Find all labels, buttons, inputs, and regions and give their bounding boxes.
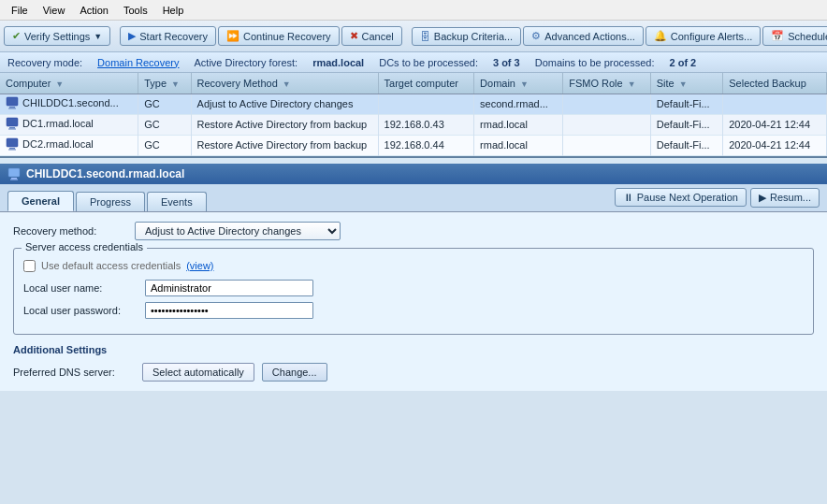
computer-icon-cell: DC2.rmad.local <box>6 137 94 151</box>
computer-icon-cell: CHILDDC1.second... <box>6 96 119 109</box>
svg-rect-8 <box>8 150 16 151</box>
backup-icon: 🗄 <box>420 31 430 42</box>
svg-rect-3 <box>7 118 18 126</box>
col-backup[interactable]: Selected Backup <box>723 73 827 94</box>
continue-recovery-button[interactable]: ⏩ Continue Recovery <box>218 26 340 46</box>
menu-help[interactable]: Help <box>155 3 192 18</box>
recovery-method-field: Adjust to Active Directory changes <box>135 222 814 240</box>
pause-icon: ⏸ <box>623 192 633 203</box>
table-row[interactable]: DC1.rmad.local GC Restore Active Directo… <box>0 114 827 135</box>
cell-type: GC <box>138 135 191 155</box>
pc-icon <box>6 96 19 109</box>
recovery-method-row: Recovery method: Adjust to Active Direct… <box>13 222 814 240</box>
continue-icon: ⏩ <box>226 30 239 42</box>
cell-backup: 2020-04-21 12:44 <box>723 135 827 155</box>
schedule-icon: 📅 <box>771 30 784 42</box>
verify-settings-button[interactable]: ✔ Verify Settings ▼ <box>4 26 110 46</box>
local-pass-label: Local user password: <box>23 305 145 316</box>
view-link[interactable]: (view) <box>186 260 213 271</box>
group-box-title: Server access credentials <box>22 241 147 252</box>
dcs-label: DCs to be processed: <box>379 57 478 68</box>
recovery-mode-link[interactable]: Domain Recovery <box>97 57 179 68</box>
recovery-method-select[interactable]: Adjust to Active Directory changes <box>135 222 341 240</box>
recovery-mode-label: Recovery mode: <box>7 57 82 68</box>
cell-type: GC <box>138 94 191 114</box>
tab-events[interactable]: Events <box>147 192 207 211</box>
preferred-dns-value: Select automatically <box>142 363 254 382</box>
sort-domain-icon: ▼ <box>520 79 529 89</box>
col-recovery-method[interactable]: Recovery Method ▼ <box>191 73 378 94</box>
cell-computer: DC2.rmad.local <box>0 135 138 155</box>
additional-settings-heading: Additional Settings <box>13 344 814 355</box>
tab-progress[interactable]: Progress <box>76 192 145 211</box>
detail-header: CHILDDC1.second.rmad.local <box>0 164 827 184</box>
advanced-actions-button[interactable]: ⚙ Advanced Actions... <box>523 26 644 46</box>
menu-file[interactable]: File <box>4 3 36 18</box>
svg-rect-6 <box>7 138 18 147</box>
cell-fsmo <box>563 135 651 155</box>
toolbar: ✔ Verify Settings ▼ ▶ Start Recovery ⏩ C… <box>0 21 827 52</box>
configure-alerts-button[interactable]: 🔔 Configure Alerts... <box>646 26 761 46</box>
domains-label: Domains to be processed: <box>535 57 655 68</box>
local-pass-input[interactable] <box>145 302 313 319</box>
detail-tabs: General Progress Events <box>7 191 207 211</box>
svg-rect-10 <box>11 178 17 180</box>
sort-fsmo-icon: ▼ <box>628 79 636 89</box>
dns-label: Preferred DNS server: <box>13 367 135 378</box>
sort-type-icon: ▼ <box>171 79 180 89</box>
svg-rect-9 <box>8 168 20 177</box>
pause-next-operation-button[interactable]: ⏸ Pause Next Operation <box>615 188 747 207</box>
resume-button[interactable]: ▶ Resum... <box>750 188 820 208</box>
schedule-verify-button[interactable]: 📅 Schedule Verify... <box>762 26 827 46</box>
col-site[interactable]: Site ▼ <box>650 73 722 94</box>
cell-fsmo <box>563 94 651 114</box>
menu-view[interactable]: View <box>36 3 73 18</box>
tab-general[interactable]: General <box>7 191 74 211</box>
col-target[interactable]: Target computer <box>378 73 474 94</box>
resume-icon: ▶ <box>759 192 766 204</box>
menu-tools[interactable]: Tools <box>116 3 155 18</box>
menu-action[interactable]: Action <box>72 3 116 18</box>
cell-backup: 2020-04-21 12:44 <box>723 114 827 135</box>
forest-label: Active Directory forest: <box>195 57 298 68</box>
cancel-button[interactable]: ✖ Cancel <box>341 26 402 46</box>
dropdown-arrow-icon: ▼ <box>94 32 102 41</box>
svg-rect-5 <box>8 129 16 130</box>
local-user-input[interactable] <box>145 280 313 296</box>
local-user-label: Local user name: <box>23 282 145 294</box>
col-fsmo[interactable]: FSMO Role ▼ <box>563 73 651 94</box>
cell-method: Restore Active Directory from backup <box>191 114 378 135</box>
cell-domain: second.rmad... <box>474 94 563 114</box>
detail-tab-actions: ⏸ Pause Next Operation ▶ Resum... <box>615 188 820 211</box>
use-default-label[interactable]: Use default access credentials <box>41 260 181 271</box>
sort-computer-icon: ▼ <box>55 79 64 89</box>
backup-criteria-button[interactable]: 🗄 Backup Criteria... <box>412 27 521 46</box>
use-default-checkbox[interactable] <box>23 260 36 272</box>
col-computer[interactable]: Computer ▼ <box>0 73 138 94</box>
recovery-method-label: Recovery method: <box>13 225 135 237</box>
svg-rect-11 <box>10 179 18 180</box>
sort-site-icon: ▼ <box>679 79 688 89</box>
col-domain[interactable]: Domain ▼ <box>474 73 563 94</box>
change-button[interactable]: Change... <box>262 363 327 382</box>
cell-type: GC <box>138 114 191 135</box>
detail-content: Recovery method: Adjust to Active Direct… <box>0 211 827 391</box>
menu-bar: File View Action Tools Help <box>0 0 827 21</box>
detail-computer-icon <box>7 167 21 180</box>
start-recovery-button[interactable]: ▶ Start Recovery <box>120 26 216 46</box>
col-type[interactable]: Type ▼ <box>138 73 191 94</box>
table-row[interactable]: CHILDDC1.second... GC Adjust to Active D… <box>0 94 827 114</box>
advanced-icon: ⚙ <box>531 30 541 42</box>
computers-table-container: Computer ▼ Type ▼ Recovery Method ▼ Targ… <box>0 73 827 158</box>
svg-rect-1 <box>9 107 15 108</box>
cell-method: Adjust to Active Directory changes <box>191 94 378 114</box>
cell-target <box>378 94 474 114</box>
svg-rect-0 <box>7 97 18 106</box>
forest-value: rmad.local <box>312 57 364 68</box>
svg-rect-4 <box>9 127 15 129</box>
cell-method: Restore Active Directory from backup <box>191 135 378 155</box>
pc-icon <box>6 137 19 151</box>
server-access-group: Server access credentials Use default ac… <box>13 248 814 335</box>
table-row[interactable]: DC2.rmad.local GC Restore Active Directo… <box>0 135 827 155</box>
local-user-row: Local user name: <box>23 280 804 296</box>
